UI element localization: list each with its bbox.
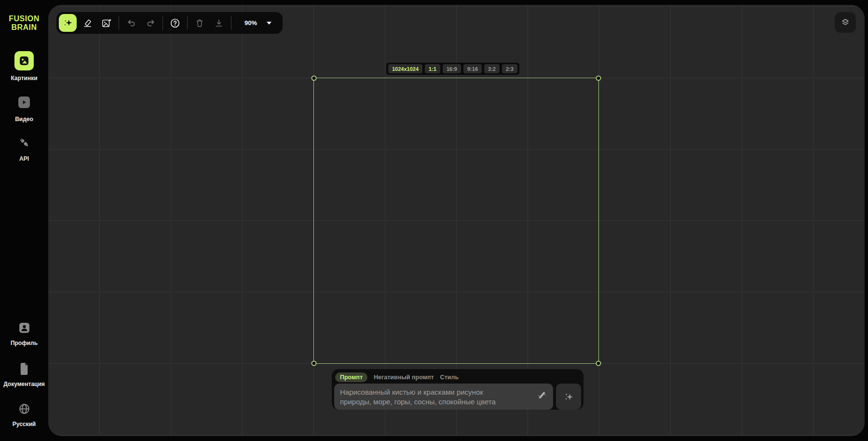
delete-button[interactable] <box>191 14 208 32</box>
undo-button[interactable] <box>122 14 140 32</box>
help-button[interactable] <box>166 14 184 32</box>
resize-handle-top-left[interactable] <box>312 76 317 81</box>
sidebar: FUSION BRAIN Картинки Видео <box>0 0 48 441</box>
sparkles-icon <box>563 391 574 402</box>
chip-ratio-16-9[interactable]: 16:9 <box>443 64 461 73</box>
sidebar-item-label: Документация <box>3 381 45 387</box>
toolbar-divider <box>231 16 231 30</box>
chip-resolution[interactable]: 1024x1024 <box>388 64 422 73</box>
sidebar-item-language[interactable]: Русский <box>0 403 48 427</box>
sparkles-icon <box>63 18 73 28</box>
sidebar-item-video[interactable]: Видео <box>0 96 48 123</box>
images-icon <box>14 51 34 70</box>
download-icon <box>214 18 224 28</box>
brand-line1: FUSION <box>0 14 48 23</box>
canvas-area[interactable]: 90% 1024x1024 1:1 16:9 9:16 3:2 2:3 Пром… <box>48 5 865 436</box>
sidebar-item-label: Видео <box>15 116 33 123</box>
sidebar-item-profile[interactable]: Профиль <box>0 322 48 346</box>
sidebar-item-label: Русский <box>13 421 36 427</box>
magic-pen-icon[interactable] <box>536 390 547 400</box>
chip-ratio-9-16[interactable]: 9:16 <box>463 64 482 73</box>
generate-button[interactable] <box>556 384 581 410</box>
globe-icon <box>18 403 30 415</box>
zoom-value: 90% <box>244 19 257 27</box>
image-edit-tool-button[interactable] <box>98 14 115 32</box>
chevron-down-icon <box>267 22 271 25</box>
redo-button[interactable] <box>142 14 159 32</box>
sidebar-item-images[interactable]: Картинки <box>0 51 48 82</box>
generation-frame[interactable] <box>313 78 599 364</box>
tab-prompt[interactable]: Промпт <box>335 372 367 382</box>
trash-icon <box>195 18 204 28</box>
brand-logo[interactable]: FUSION BRAIN <box>0 14 48 32</box>
toolbar: 90% <box>56 12 283 34</box>
undo-icon <box>126 18 136 28</box>
sidebar-item-label: Картинки <box>11 75 37 82</box>
size-chips-bar: 1024x1024 1:1 16:9 9:16 3:2 2:3 <box>386 63 519 75</box>
generate-tool-button[interactable] <box>59 14 77 32</box>
chip-ratio-1-1[interactable]: 1:1 <box>425 64 440 73</box>
toolbar-divider <box>119 16 119 30</box>
resize-handle-bottom-right[interactable] <box>596 361 601 366</box>
sidebar-item-api[interactable]: API <box>0 136 48 162</box>
prompt-panel: Промпт Негативный промпт Стиль <box>332 369 583 410</box>
redo-icon <box>146 18 156 28</box>
image-add-icon <box>101 18 112 28</box>
layers-icon <box>840 17 851 28</box>
eraser-icon <box>82 18 93 28</box>
prompt-tabs: Промпт Негативный промпт Стиль <box>334 372 581 382</box>
tab-style[interactable]: Стиль <box>440 374 459 381</box>
prompt-input[interactable] <box>334 384 553 410</box>
brand-line2: BRAIN <box>0 23 48 32</box>
video-icon <box>18 96 30 108</box>
sidebar-item-docs[interactable]: Документация <box>0 363 48 387</box>
tab-negative-prompt[interactable]: Негативный промпт <box>374 374 434 381</box>
profile-icon <box>18 322 30 333</box>
toolbar-divider <box>163 16 163 30</box>
plug-icon <box>18 136 31 149</box>
chip-ratio-3-2[interactable]: 3:2 <box>484 64 500 73</box>
prompt-input-container <box>334 384 553 410</box>
download-button[interactable] <box>210 14 228 32</box>
layers-settings-button[interactable] <box>835 12 856 33</box>
sidebar-item-label: Профиль <box>11 340 38 346</box>
chip-ratio-2-3[interactable]: 2:3 <box>502 64 517 73</box>
toolbar-divider <box>187 16 188 30</box>
zoom-control[interactable]: 90% <box>235 19 280 27</box>
resize-handle-top-right[interactable] <box>596 76 601 81</box>
eraser-tool-button[interactable] <box>79 14 96 32</box>
sidebar-item-label: API <box>19 155 29 162</box>
document-icon <box>19 363 29 375</box>
resize-handle-bottom-left[interactable] <box>312 361 317 366</box>
help-icon <box>170 18 180 28</box>
